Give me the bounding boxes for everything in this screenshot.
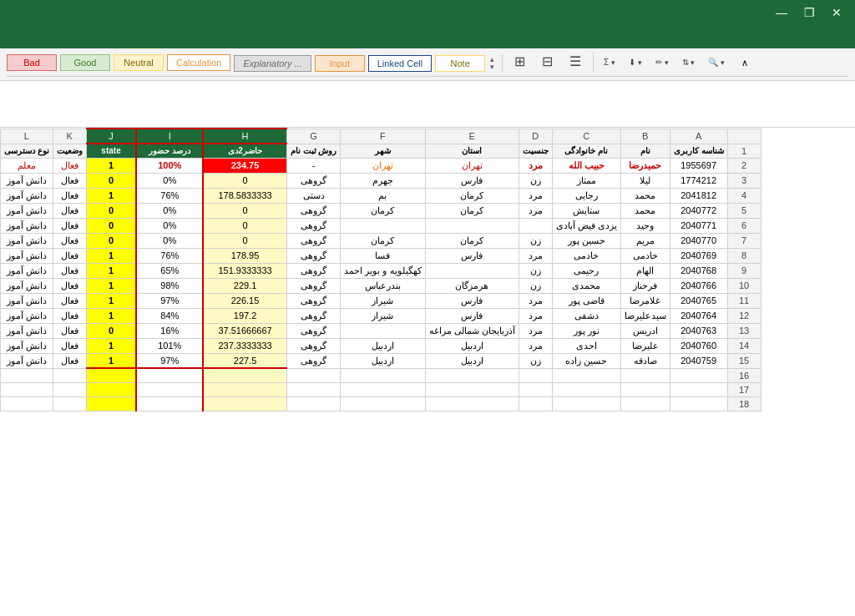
cell-b-13[interactable]: ادریس [620,323,670,338]
cell-k-8[interactable]: فعال [53,248,86,263]
cell-g-4[interactable]: دستی [286,188,341,203]
cell-g-2[interactable]: - [286,158,341,173]
cell-e-6[interactable] [425,218,519,233]
cell-l-3[interactable]: دانش آموز [1,173,53,188]
cell-j-11[interactable]: 1 [86,293,136,308]
cell-h-4[interactable]: 178.5833333 [203,188,286,203]
cell-d-9[interactable]: زن [519,263,552,278]
cell-a-1[interactable]: شناسه کاربری [670,144,727,158]
cell-b-1[interactable]: نام [620,144,670,158]
cell-i-15[interactable]: 97% [136,353,203,368]
cell-d-13[interactable]: مرد [519,323,552,338]
cell-b-18[interactable] [620,396,670,411]
cell-k-14[interactable]: فعال [53,338,86,353]
cell-d-14[interactable]: مرد [519,338,552,353]
clear-btn[interactable]: ✏ ▾ [652,56,672,68]
row-header-13[interactable]: 13 [727,323,761,338]
cell-b-7[interactable]: مریم [620,233,670,248]
calculation-style-btn[interactable]: Calculation [167,54,230,71]
cell-k-4[interactable]: فعال [53,188,86,203]
cell-b-14[interactable]: علیرضا [620,338,670,353]
cell-h-10[interactable]: 229.1 [203,278,286,293]
cell-g-7[interactable]: گروهی [286,233,341,248]
collapse-ribbon-btn[interactable]: ∧ [741,58,748,68]
cell-k-5[interactable]: فعال [53,203,86,218]
cell-h-8[interactable]: 178.95 [203,248,286,263]
cell-k-10[interactable]: فعال [53,278,86,293]
cell-b-10[interactable]: فرحناز [620,278,670,293]
cell-l-7[interactable]: دانش آموز [1,233,53,248]
col-header-b[interactable]: B [620,129,670,144]
cell-a-10[interactable]: 2040766 [670,278,727,293]
note-style-btn[interactable]: Note [435,55,485,72]
cell-e-5[interactable]: کرمان [425,203,519,218]
cell-e-2[interactable]: تهران [425,158,519,173]
col-header-c[interactable]: C [552,129,620,144]
cell-c-14[interactable]: احدی [552,338,620,353]
close-btn[interactable]: ✕ [827,4,847,21]
cell-b-16[interactable] [620,368,670,382]
cell-j-17[interactable] [86,382,136,396]
cell-l-10[interactable]: دانش آموز [1,278,53,293]
cell-g-17[interactable] [286,382,341,396]
cell-i-7[interactable]: 0% [136,233,203,248]
cell-j-2[interactable]: 1 [86,158,136,173]
cell-l-1[interactable]: نوع دسترسی [1,144,53,158]
cell-l-11[interactable]: دانش آموز [1,293,53,308]
cell-b-9[interactable]: الهام [620,263,670,278]
cell-c-18[interactable] [552,396,620,411]
cell-j-9[interactable]: 1 [86,263,136,278]
cell-f-18[interactable] [341,396,425,411]
cell-g-6[interactable]: گروهی [286,218,341,233]
col-header-h[interactable]: H [203,129,286,144]
restore-btn[interactable]: ❒ [799,4,820,21]
col-header-k[interactable]: K [53,129,86,144]
cell-d-1[interactable]: جنسیت [519,144,552,158]
cell-l-13[interactable]: دانش آموز [1,323,53,338]
cell-e-17[interactable] [425,382,519,396]
cell-h-14[interactable]: 237.3333333 [203,338,286,353]
cell-i-2[interactable]: 100% [136,158,203,173]
cell-e-9[interactable] [425,263,519,278]
cell-c-4[interactable]: رجایی [552,188,620,203]
cell-g-11[interactable]: گروهی [286,293,341,308]
cell-k-11[interactable]: فعال [53,293,86,308]
cell-i-18[interactable] [136,396,203,411]
cell-e-7[interactable]: کرمان [425,233,519,248]
spreadsheet[interactable]: ABCDEFGHIJKL1شناسه کاربرینامنام خانوادگی… [0,128,855,616]
cell-c-12[interactable]: دشقی [552,308,620,323]
cell-a-4[interactable]: 2041812 [670,188,727,203]
cell-e-10[interactable]: هرمزگان [425,278,519,293]
cell-g-15[interactable]: گروهی [286,353,341,368]
cell-a-7[interactable]: 2040770 [670,233,727,248]
cell-d-12[interactable]: مرد [519,308,552,323]
bad-style-btn[interactable]: Bad [7,54,57,71]
cell-i-13[interactable]: 16% [136,323,203,338]
cell-l-18[interactable] [1,396,53,411]
cell-e-8[interactable]: فارس [425,248,519,263]
cell-h-16[interactable] [203,368,286,382]
cell-g-12[interactable]: گروهی [286,308,341,323]
cell-f-7[interactable]: کرمان [341,233,425,248]
cell-g-3[interactable]: گروهی [286,173,341,188]
cell-k-6[interactable]: فعال [53,218,86,233]
cell-f-8[interactable]: فسا [341,248,425,263]
cell-d-4[interactable]: مرد [519,188,552,203]
cell-h-3[interactable]: 0 [203,173,286,188]
cell-f-1[interactable]: شهر [341,144,425,158]
cell-a-8[interactable]: 2040769 [670,248,727,263]
cell-l-6[interactable]: دانش آموز [1,218,53,233]
col-header-j[interactable]: J [86,129,136,144]
cell-b-2[interactable]: حمیدرضا [620,158,670,173]
cell-g-1[interactable]: روش ثبت نام [286,144,341,158]
cell-g-18[interactable] [286,396,341,411]
cell-j-16[interactable] [86,368,136,382]
cell-b-15[interactable]: صادقه [620,353,670,368]
cell-j-6[interactable]: 0 [86,218,136,233]
cell-a-12[interactable]: 2040764 [670,308,727,323]
cell-a-13[interactable]: 2040763 [670,323,727,338]
cell-b-4[interactable]: محمد [620,188,670,203]
cell-e-15[interactable]: اردبیل [425,353,519,368]
row-header-10[interactable]: 10 [727,278,761,293]
cell-c-16[interactable] [552,368,620,382]
